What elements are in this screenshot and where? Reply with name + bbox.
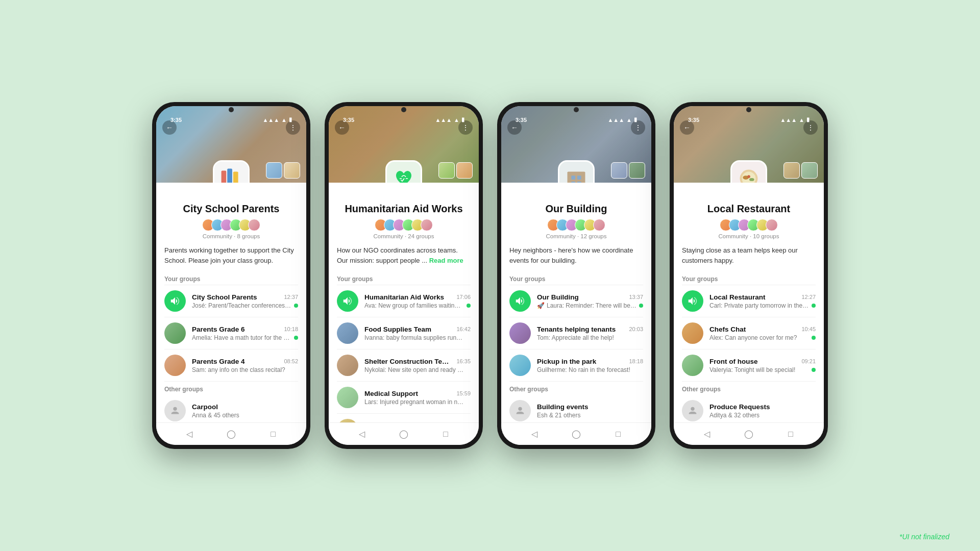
group-list-item[interactable]: Parents Grade 4 08:52 Sam: any info on t… [156,349,306,381]
group-photo [337,355,358,376]
small-thumbnails [783,162,818,179]
group-time: 12:27 [801,294,816,300]
group-name: Humanitarian Aid Works [364,293,444,301]
thumbnail-1 [266,162,282,179]
announce-group-icon [682,290,703,312]
group-time: 18:18 [629,358,643,364]
community-info: City School Parents Community · 8 groups [156,183,306,245]
back-nav-button[interactable]: ◁ [355,427,369,441]
member-avatars [337,219,471,231]
group-info: Pickup in the park 18:18 Guilherme: No r… [537,358,643,373]
group-photo [337,387,358,408]
group-preview: Ava: New group of families waiting ... [364,302,464,309]
recents-nav-button[interactable]: □ [783,427,798,441]
recents-nav-button[interactable]: □ [611,427,625,441]
status-bar: 3:35 ▲▲▲ ▲ ▮ [160,111,302,125]
community-name: Humanitarian Aid Works [337,203,471,215]
status-icons: ▲▲▲ ▲ ▮ [780,116,810,123]
group-icon-grey [509,400,531,421]
thumbnail-2 [629,162,645,179]
status-time: 3:35 [688,117,699,123]
signal-icon: ▲▲▲ [607,117,624,123]
group-info: Food Supplies Team 16:42 Ivanna: baby fo… [364,325,471,341]
group-list-item[interactable]: Tenants helping tenants 20:03 Tom: Appre… [501,317,651,349]
screen-content[interactable]: Local Restaurant Community · 10 groups S… [674,183,824,422]
thumbnail-2 [284,162,300,179]
group-list-item[interactable]: Parents Grade 6 10:18 Amelia: Have a mat… [156,317,306,349]
screen-content[interactable]: Humanitarian Aid Works Community · 24 gr… [329,183,479,422]
group-list-item[interactable]: Pickup in the park 18:18 Guilherme: No r… [501,349,651,381]
thumbnail-1 [611,162,627,179]
group-time: 08:52 [284,358,298,364]
header-image: 3:35 ▲▲▲ ▲ ▮ ← ⋮ [674,106,824,183]
signal-icon: ▲▲▲ [780,117,797,123]
svg-point-15 [518,407,522,411]
unread-dot [639,304,643,308]
group-list-item[interactable]: City School Parents 12:37 José: Parent/T… [156,285,306,317]
back-nav-button[interactable]: ◁ [700,427,714,441]
group-name: Pickup in the park [537,358,596,365]
status-icons: ▲▲▲ ▲ ▮ [262,116,292,123]
header-image: 3:35 ▲▲▲ ▲ ▮ ← ⋮ [156,106,306,183]
member-avatar [421,219,433,231]
wifi-icon: ▲ [454,117,459,123]
group-name: Front of house [709,358,758,365]
screen-content[interactable]: City School Parents Community · 8 groups… [156,183,306,422]
group-photo [164,355,186,376]
group-list-item[interactable]: Education Requests 12:13 Anna: Temporary… [329,414,479,422]
announce-group-icon [509,290,531,312]
group-list-item[interactable]: Produce Requests Aditya & 32 others [674,395,824,422]
bottom-navigation: ◁ ◯ □ [674,422,824,445]
community-name: Our Building [509,203,643,215]
group-time: 13:37 [629,294,643,300]
group-time: 09:21 [801,358,816,364]
svg-rect-9 [568,171,585,183]
group-list-item[interactable]: Chefs Chat 10:45 Alex: Can anyone cover … [674,317,824,349]
group-name: Medical Support [364,390,418,397]
group-name: Our Building [537,293,579,301]
group-photo [509,355,531,376]
group-info: Carpool Anna & 45 others [192,403,298,419]
group-list-item[interactable]: Humanitarian Aid Works 17:06 Ava: New gr… [329,285,479,317]
avatar-image [387,162,421,183]
group-list-item[interactable]: Our Building 13:37 🚀 Laura: Reminder: Th… [501,285,651,317]
home-nav-button[interactable]: ◯ [742,427,756,441]
phone-building: 3:35 ▲▲▲ ▲ ▮ ← ⋮ [497,102,655,449]
group-preview: Nykolai: New site open and ready for ... [364,366,464,373]
group-info: Local Restaurant 12:27 Carl: Private par… [709,293,816,309]
community-avatar [385,160,422,183]
group-info: Shelter Construction Team 16:35 Nykolai:… [364,358,471,373]
svg-rect-13 [577,182,581,183]
community-subtitle: Community · 8 groups [164,233,298,239]
home-nav-button[interactable]: ◯ [224,427,238,441]
group-list-item[interactable]: Building events Esh & 21 others [501,395,651,422]
recents-nav-button[interactable]: □ [438,427,453,441]
group-info: Tenants helping tenants 20:03 Tom: Appre… [537,325,643,341]
community-avatar [213,160,250,183]
group-preview: José: Parent/Teacher conferences ... [192,302,291,309]
group-list-item[interactable]: Food Supplies Team 16:42 Ivanna: baby fo… [329,317,479,349]
group-list-item[interactable]: Shelter Construction Team 16:35 Nykolai:… [329,349,479,381]
svg-rect-12 [571,182,575,183]
group-photo [682,355,703,376]
home-nav-button[interactable]: ◯ [397,427,411,441]
group-info: Parents Grade 6 10:18 Amelia: Have a mat… [192,325,298,341]
community-info: Local Restaurant Community · 10 groups [674,183,824,245]
watermark-text: *UI not finalized [899,533,949,541]
back-nav-button[interactable]: ◁ [527,427,542,441]
recents-nav-button[interactable]: □ [266,427,280,441]
group-list-item[interactable]: Local Restaurant 12:27 Carl: Private par… [674,285,824,317]
home-nav-button[interactable]: ◯ [569,427,583,441]
group-list-item[interactable]: Front of house 09:21 Valeryia: Tonight w… [674,349,824,381]
group-name: City School Parents [192,293,257,301]
group-preview: Guilherme: No rain in the forecast! [537,366,630,373]
group-list-item[interactable]: Carpool Anna & 45 others [156,395,306,422]
avatar-image [559,162,593,183]
group-list-item[interactable]: Medical Support 15:59 Lars: Injured preg… [329,382,479,413]
status-bar: 3:35 ▲▲▲ ▲ ▮ [678,111,820,125]
back-nav-button[interactable]: ◁ [182,427,197,441]
read-more-link[interactable]: Read more [429,257,463,264]
group-info: Chefs Chat 10:45 Alex: Can anyone cover … [709,325,816,341]
screen-content[interactable]: Our Building Community · 12 groups Hey n… [501,183,651,422]
other-groups-label: Other groups [501,382,651,395]
